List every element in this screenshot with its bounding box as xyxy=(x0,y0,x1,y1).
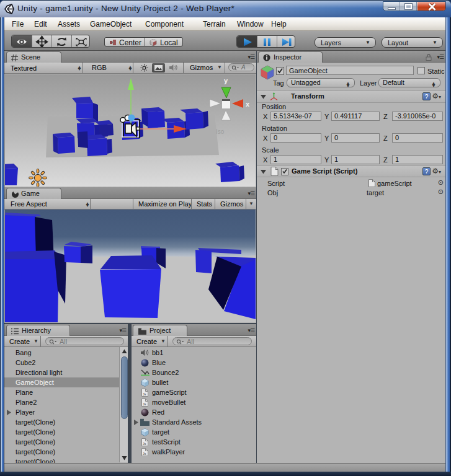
svg-text:y: y xyxy=(224,77,228,84)
svg-text:Js: Js xyxy=(143,442,146,446)
svg-text:Js: Js xyxy=(143,402,146,406)
svg-text:Iso: Iso xyxy=(216,128,225,135)
svg-text:Js: Js xyxy=(143,392,146,396)
svg-text:Js: Js xyxy=(143,452,146,456)
svg-text:x: x xyxy=(246,100,250,108)
